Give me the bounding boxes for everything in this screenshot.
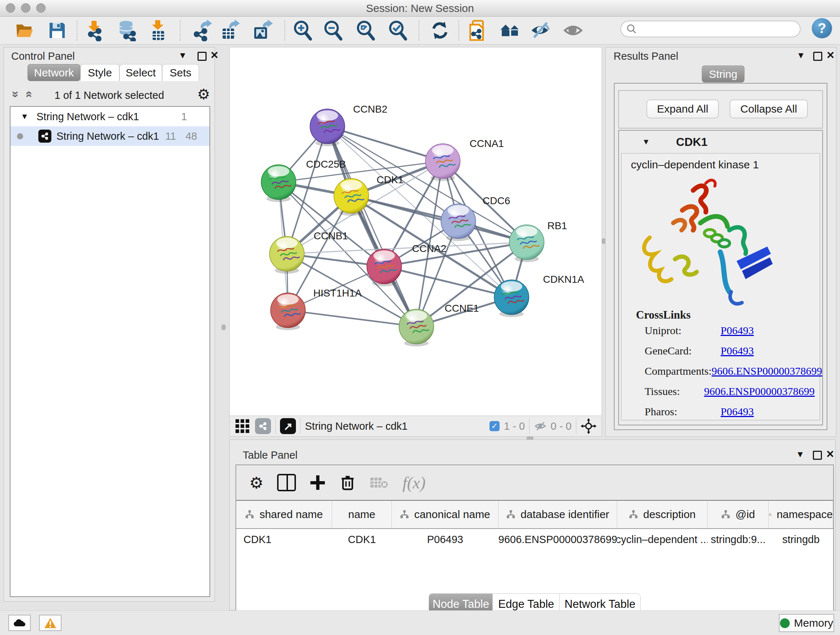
- crosslink-link[interactable]: P06493: [721, 405, 754, 418]
- hide-selected-button[interactable]: [530, 19, 551, 41]
- table-toolbar: ⚙ f(x): [236, 465, 833, 500]
- grid-view-icon[interactable]: [235, 419, 249, 433]
- network-graph[interactable]: CCNB2CCNA1CDC25BCDK1CDC6RB1CCNB1CCNA2CDK…: [230, 48, 602, 416]
- add-column-icon[interactable]: [309, 475, 325, 491]
- table-row[interactable]: CDK1CDK1P064939606.ENSP00000378699cyclin…: [236, 529, 833, 550]
- cloud-services-button[interactable]: [8, 615, 31, 631]
- gene-description: cyclin–dependent kinase 1: [622, 154, 820, 171]
- network-edge[interactable]: [288, 310, 416, 326]
- network-node-hist1h1a[interactable]: HIST1H1A: [271, 287, 362, 330]
- column-header--id[interactable]: @id: [707, 501, 769, 528]
- control-panel-collapse-icon[interactable]: ▼: [178, 50, 187, 60]
- table-cell[interactable]: stringdb: [769, 529, 833, 550]
- zoom-selected-button[interactable]: [387, 19, 409, 41]
- table-panel-close-icon[interactable]: ✕: [826, 449, 834, 459]
- crosslink-link[interactable]: P06493: [721, 345, 754, 357]
- copy-network-button[interactable]: [467, 19, 489, 41]
- results-panel-close-icon[interactable]: ✕: [826, 50, 835, 60]
- zoom-in-icon: [292, 20, 313, 41]
- import-network-database-button[interactable]: [117, 19, 138, 41]
- birdseye-view-icon[interactable]: ↗: [280, 418, 296, 434]
- memory-button[interactable]: Memory: [779, 614, 834, 632]
- shared-column-icon: [245, 510, 254, 519]
- help-button[interactable]: ?: [812, 18, 832, 38]
- crosslink-link[interactable]: P06493: [721, 325, 754, 337]
- table-panel-collapse-icon[interactable]: ▼: [796, 449, 805, 459]
- collapse-all-button[interactable]: Collapse All: [729, 100, 808, 119]
- gene-collapse-caret-icon[interactable]: ▼: [642, 137, 650, 147]
- export-table-button[interactable]: [218, 19, 240, 41]
- table-cell[interactable]: stringdb:9...: [707, 529, 769, 550]
- tab-string[interactable]: String: [702, 65, 745, 82]
- tab-sets[interactable]: Sets: [162, 64, 199, 81]
- zoom-out-button[interactable]: [322, 19, 344, 41]
- warnings-button[interactable]: [39, 615, 62, 631]
- results-panel-float-icon[interactable]: [813, 52, 822, 61]
- share-view-icon[interactable]: [255, 418, 271, 434]
- export-network-button[interactable]: [190, 19, 212, 41]
- network-node-ccnb1[interactable]: CCNB1: [270, 230, 348, 274]
- pan-crosshair-icon[interactable]: [581, 418, 597, 434]
- table-cell[interactable]: P06493: [392, 529, 499, 550]
- refresh-button[interactable]: [429, 19, 451, 41]
- control-panel-close-icon[interactable]: ✕: [210, 50, 218, 60]
- column-header-shared-name[interactable]: shared name: [236, 501, 332, 528]
- node-label: CDK1: [377, 174, 404, 185]
- save-icon: [47, 20, 67, 41]
- selected-checkbox-icon[interactable]: ✓: [489, 421, 500, 431]
- tab-style[interactable]: Style: [80, 64, 119, 81]
- table-cell[interactable]: CDK1: [332, 529, 392, 550]
- network-node-ccnb2[interactable]: CCNB2: [310, 103, 387, 146]
- zoom-fit-button[interactable]: [355, 19, 376, 41]
- column-header-namespace[interactable]: namespace: [769, 501, 833, 528]
- table-cell[interactable]: cyclin–dependent ...: [617, 529, 707, 550]
- import-network-file-button[interactable]: [83, 19, 105, 41]
- table-panel-float-icon[interactable]: [813, 451, 822, 460]
- network-canvas[interactable]: CCNB2CCNA1CDC25BCDK1CDC6RB1CCNB1CCNA2CDK…: [229, 47, 602, 416]
- import-table-icon: [147, 19, 169, 41]
- column-header-database-identifier[interactable]: database identifier: [499, 501, 617, 528]
- show-all-networks-button[interactable]: [499, 19, 521, 41]
- network-options-gear-icon[interactable]: ⚙: [197, 86, 210, 103]
- network-node-rb1[interactable]: RB1: [509, 220, 567, 262]
- open-session-button[interactable]: [14, 19, 36, 41]
- column-header-canonical-name[interactable]: canonical name: [392, 501, 499, 528]
- save-session-button[interactable]: [46, 19, 68, 41]
- network-node-cdc25b[interactable]: CDC25B: [261, 158, 346, 202]
- column-label: @id: [736, 508, 755, 521]
- zoom-in-button[interactable]: [292, 19, 313, 41]
- app-statusbar: Memory: [0, 610, 840, 635]
- column-header-name[interactable]: name: [332, 501, 392, 528]
- table-cell[interactable]: 9606.ENSP00000378699: [499, 529, 617, 550]
- expand-all-button[interactable]: Expand All: [646, 100, 719, 119]
- network-node-cdk1[interactable]: CDK1: [334, 174, 404, 216]
- column-label: database identifier: [521, 508, 609, 521]
- network-edge[interactable]: [327, 126, 443, 161]
- control-panel-float-icon[interactable]: [197, 52, 207, 61]
- import-database-icon: [117, 19, 138, 41]
- network-status-dot: [17, 133, 23, 139]
- left-splitter-handle[interactable]: [221, 325, 226, 330]
- network-tree-child-row[interactable]: String Network – cdk1 11 48: [11, 126, 210, 146]
- show-eye-button[interactable]: [563, 19, 584, 41]
- search-input[interactable]: [637, 23, 790, 35]
- table-cell[interactable]: CDK1: [236, 529, 332, 550]
- crosslink-link[interactable]: 9606.ENSP00000378699: [704, 385, 815, 397]
- network-node-cdkn1a[interactable]: CDKN1A: [494, 274, 584, 317]
- tab-network[interactable]: Network: [27, 64, 80, 81]
- edge-count: 48: [186, 130, 197, 142]
- results-panel-collapse-icon[interactable]: ▼: [797, 50, 805, 60]
- gene-card-header[interactable]: ▼ CDK1: [619, 131, 822, 153]
- import-table-button[interactable]: [147, 19, 169, 41]
- tab-select[interactable]: Select: [119, 64, 162, 81]
- show-columns-icon[interactable]: [277, 474, 296, 491]
- search-icon: [626, 24, 637, 35]
- network-tree-root-row[interactable]: ▼ String Network – cdk1 1: [11, 107, 210, 126]
- export-image-button[interactable]: [251, 19, 273, 41]
- column-header-description[interactable]: description: [617, 501, 707, 528]
- network-node-ccna1[interactable]: CCNA1: [425, 138, 504, 181]
- table-settings-gear-icon[interactable]: ⚙: [249, 473, 264, 492]
- tree-expand-caret-icon[interactable]: ▼: [21, 112, 28, 121]
- delete-column-trash-icon[interactable]: [339, 474, 356, 491]
- crosslink-link[interactable]: 9606.ENSP00000378699: [712, 365, 822, 377]
